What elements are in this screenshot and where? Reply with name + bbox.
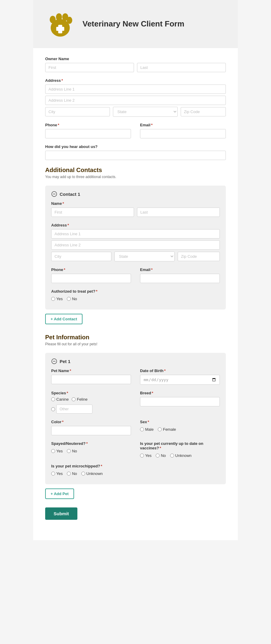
owner-address2-input[interactable] [45, 96, 226, 105]
pet-breed-label: Breed* [140, 391, 220, 395]
contact-1-address-label: Address* [51, 223, 220, 227]
pet-species-label: Species* [51, 391, 131, 395]
owner-email-input[interactable] [140, 129, 226, 138]
spayed-yes-label[interactable]: Yes [51, 449, 63, 453]
svg-point-2 [56, 13, 62, 21]
contact-1-authorized-radio-group: Yes No [51, 297, 220, 301]
vaccines-unknown-label[interactable]: Unknown [170, 453, 192, 458]
pet-sex-label: Sex* [140, 420, 220, 424]
sex-male-label[interactable]: Male [140, 427, 154, 432]
pet-info-title: Pet Information [45, 334, 226, 341]
contact-1-phone-input[interactable] [51, 274, 131, 283]
pet-dob-label: Date of Birth* [140, 368, 220, 373]
pet-spayed-label: Spayed/Neutered?* [51, 441, 131, 446]
pet-1-box: Pet 1 Pet Name* Date of Birth* [45, 353, 226, 484]
contact-1-email-input[interactable] [140, 274, 220, 283]
contact-1-name-label: Name* [51, 201, 220, 206]
contact-1-authorized-yes-radio[interactable] [51, 297, 55, 301]
owner-address1-input[interactable] [45, 85, 226, 94]
sex-female-label[interactable]: Female [158, 427, 176, 432]
pet-spayed-radio-group: Yes No [51, 449, 131, 453]
owner-city-input[interactable] [45, 107, 110, 116]
owner-zip-input[interactable] [181, 107, 226, 116]
spayed-no-label[interactable]: No [67, 449, 77, 453]
species-canine-radio[interactable] [51, 397, 55, 401]
svg-rect-6 [56, 27, 64, 31]
pet-info-subtitle: Please fill out for all of your pets! [45, 342, 226, 346]
microchip-no-radio[interactable] [67, 472, 71, 476]
pet-dob-input[interactable] [140, 375, 220, 385]
pet-name-label: Pet Name* [51, 368, 131, 373]
contact-1-first-input[interactable] [51, 208, 134, 217]
contact-1-email-label: Email* [140, 267, 220, 272]
contact-1-phone-label: Phone* [51, 267, 131, 272]
hear-about-label: How did you hear about us? [45, 144, 226, 149]
microchip-no-label[interactable]: No [67, 471, 77, 476]
submit-button[interactable]: Submit [45, 507, 77, 520]
pet-sex-radio-group: Male Female [140, 427, 220, 432]
species-feline-label[interactable]: Feline [72, 397, 87, 402]
vaccines-no-radio[interactable] [156, 454, 160, 458]
contact-1-box: Contact 1 Name* Address* [45, 186, 226, 310]
contact-1-city-input[interactable] [51, 252, 111, 261]
svg-point-1 [50, 16, 56, 23]
sex-female-radio[interactable] [158, 427, 162, 431]
species-other-radio[interactable] [51, 407, 55, 411]
vaccines-unknown-radio[interactable] [170, 454, 174, 458]
pet-color-input[interactable] [51, 426, 131, 435]
owner-state-select[interactable]: State ALAKAZARCACOCTDEFLGAHIIDILINIAKSKY… [113, 107, 178, 117]
additional-contacts-title: Additional Contacts [45, 167, 226, 174]
species-other-label[interactable] [51, 405, 92, 414]
spayed-yes-radio[interactable] [51, 449, 55, 453]
pet-microchip-radio-group: Yes No Unknown [51, 471, 220, 476]
pet-microchip-label: Is your pet microchipped?* [51, 464, 220, 468]
owner-phone-label: Phone* [45, 123, 131, 127]
page-header: Veterinary New Client Form [33, 0, 238, 48]
species-feline-radio[interactable] [72, 397, 76, 401]
microchip-unknown-label[interactable]: Unknown [81, 471, 103, 476]
owner-name-label: Owner Name [45, 57, 226, 61]
microchip-unknown-radio[interactable] [81, 472, 85, 476]
vaccines-no-label[interactable]: No [156, 453, 166, 458]
owner-address-label: Address* [45, 78, 226, 83]
pet-vaccines-label: Is your pet currently up to date on vacc… [140, 441, 220, 450]
contact-1-header: Contact 1 [51, 191, 220, 197]
pet-vaccines-radio-group: Yes No Unknown [140, 453, 220, 458]
microchip-yes-radio[interactable] [51, 472, 55, 476]
contact-1-last-input[interactable] [137, 208, 220, 217]
contact-1-authorized-yes[interactable]: Yes [51, 297, 63, 301]
owner-email-label: Email* [140, 123, 226, 127]
owner-phone-input[interactable] [45, 129, 131, 138]
pet-color-label: Color* [51, 420, 131, 424]
pet-1-remove-icon[interactable] [51, 358, 57, 364]
owner-last-name-input[interactable] [137, 63, 226, 72]
pet-species-radio-group: Canine Feline [51, 397, 131, 414]
page-title: Veterinary New Client Form [83, 19, 184, 29]
owner-first-name-input[interactable] [45, 63, 134, 72]
spayed-no-radio[interactable] [67, 449, 71, 453]
pet-1-header: Pet 1 [51, 358, 220, 364]
svg-point-4 [67, 17, 72, 24]
contact-1-address2-input[interactable] [51, 240, 220, 250]
add-contact-button[interactable]: + Add Contact [45, 314, 83, 324]
additional-contacts-subtitle: You may add up to three additional conta… [45, 175, 226, 179]
contact-1-authorized-no-radio[interactable] [67, 297, 71, 301]
contact-1-address1-input[interactable] [51, 229, 220, 239]
add-pet-button[interactable]: + Add Pet [45, 488, 74, 499]
contact-1-remove-icon[interactable] [51, 191, 57, 197]
contact-1-authorized-no[interactable]: No [67, 297, 77, 301]
vaccines-yes-label[interactable]: Yes [140, 453, 151, 458]
contact-1-authorized-label: Authorized to treat pet?* [51, 289, 220, 294]
pet-breed-input[interactable] [140, 397, 220, 406]
species-other-input[interactable] [56, 405, 92, 414]
contact-1-zip-input[interactable] [178, 252, 220, 261]
vaccines-yes-radio[interactable] [140, 454, 144, 458]
paw-logo-icon [45, 9, 75, 39]
sex-male-radio[interactable] [140, 427, 144, 431]
pet-name-input[interactable] [51, 375, 131, 384]
microchip-yes-label[interactable]: Yes [51, 471, 63, 476]
hear-about-input[interactable] [45, 151, 226, 160]
species-canine-label[interactable]: Canine [51, 397, 69, 402]
contact-1-state-select[interactable]: State ALAKAZARCACOCTDEFLGAHIIDILINIAKSKY… [114, 251, 175, 261]
